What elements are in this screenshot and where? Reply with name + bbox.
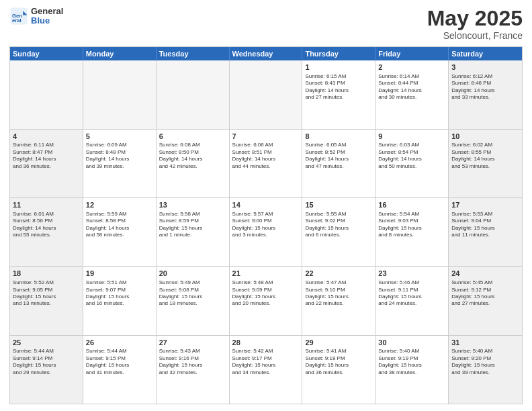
calendar-row-3: 11Sunrise: 6:01 AM Sunset: 8:56 PM Dayli… [10, 197, 522, 266]
cell-daylight-text: Sunrise: 6:09 AM Sunset: 8:48 PM Dayligh… [86, 142, 153, 170]
day-number: 11 [13, 200, 80, 210]
calendar-cell: 1Sunrise: 6:15 AM Sunset: 8:43 PM Daylig… [302, 60, 375, 128]
header-wednesday: Wednesday [230, 47, 303, 60]
cell-daylight-text: Sunrise: 5:51 AM Sunset: 9:07 PM Dayligh… [86, 279, 153, 308]
calendar-cell: 11Sunrise: 6:01 AM Sunset: 8:56 PM Dayli… [10, 198, 83, 266]
day-number: 13 [159, 200, 226, 210]
day-number: 6 [159, 132, 226, 142]
calendar-cell: 7Sunrise: 6:06 AM Sunset: 8:51 PM Daylig… [230, 130, 303, 197]
cell-daylight-text: Sunrise: 5:46 AM Sunset: 9:11 PM Dayligh… [378, 279, 445, 308]
cell-daylight-text: Sunrise: 6:14 AM Sunset: 8:44 PM Dayligh… [378, 73, 445, 101]
calendar-cell: 9Sunrise: 6:03 AM Sunset: 8:54 PM Daylig… [375, 130, 449, 197]
page: Gen eral General Blue May 2025 Seloncour… [0, 0, 532, 411]
calendar-cell: 19Sunrise: 5:51 AM Sunset: 9:07 PM Dayli… [83, 267, 157, 334]
cell-daylight-text: Sunrise: 6:15 AM Sunset: 8:43 PM Dayligh… [305, 73, 372, 101]
calendar-cell: 31Sunrise: 5:40 AM Sunset: 9:20 PM Dayli… [449, 336, 522, 404]
day-number: 2 [378, 62, 445, 73]
calendar-header: Sunday Monday Tuesday Wednesday Thursday… [10, 47, 522, 60]
cell-daylight-text: Sunrise: 5:59 AM Sunset: 8:58 PM Dayligh… [86, 211, 153, 239]
calendar-cell: 27Sunrise: 5:43 AM Sunset: 9:16 PM Dayli… [157, 336, 230, 404]
calendar-cell: 17Sunrise: 5:53 AM Sunset: 9:04 PM Dayli… [449, 198, 522, 266]
logo-text: General Blue [31, 7, 63, 26]
day-number: 10 [451, 132, 519, 142]
cell-daylight-text: Sunrise: 5:43 AM Sunset: 9:16 PM Dayligh… [159, 348, 226, 376]
cell-daylight-text: Sunrise: 5:41 AM Sunset: 9:18 PM Dayligh… [305, 348, 372, 376]
day-number: 15 [305, 200, 372, 210]
cell-daylight-text: Sunrise: 6:11 AM Sunset: 8:47 PM Dayligh… [13, 142, 80, 170]
day-number: 4 [13, 132, 80, 142]
logo-icon: Gen eral [9, 7, 28, 26]
cell-daylight-text: Sunrise: 5:44 AM Sunset: 9:15 PM Dayligh… [86, 348, 153, 376]
cell-daylight-text: Sunrise: 6:02 AM Sunset: 8:55 PM Dayligh… [451, 142, 519, 170]
calendar-cell: 29Sunrise: 5:41 AM Sunset: 9:18 PM Dayli… [302, 336, 375, 404]
cell-daylight-text: Sunrise: 5:49 AM Sunset: 9:08 PM Dayligh… [159, 279, 226, 308]
calendar-cell [83, 60, 157, 128]
day-number: 19 [86, 269, 153, 279]
calendar-cell: 23Sunrise: 5:46 AM Sunset: 9:11 PM Dayli… [375, 267, 449, 334]
day-number: 28 [232, 338, 300, 348]
day-number: 16 [378, 200, 445, 210]
day-number: 22 [305, 269, 372, 279]
calendar-cell: 14Sunrise: 5:57 AM Sunset: 9:00 PM Dayli… [230, 198, 303, 266]
header-thursday: Thursday [302, 47, 375, 60]
day-number: 12 [86, 200, 153, 210]
cell-daylight-text: Sunrise: 5:58 AM Sunset: 8:59 PM Dayligh… [159, 211, 226, 239]
logo: Gen eral General Blue [9, 7, 63, 26]
calendar-row-2: 4Sunrise: 6:11 AM Sunset: 8:47 PM Daylig… [10, 129, 522, 197]
cell-daylight-text: Sunrise: 6:12 AM Sunset: 8:46 PM Dayligh… [451, 73, 519, 101]
cell-daylight-text: Sunrise: 5:54 AM Sunset: 9:03 PM Dayligh… [378, 211, 445, 239]
calendar: Sunday Monday Tuesday Wednesday Thursday… [9, 46, 523, 404]
calendar-row-5: 25Sunrise: 5:44 AM Sunset: 9:14 PM Dayli… [10, 335, 522, 404]
month-title: May 2025 [427, 7, 523, 30]
cell-daylight-text: Sunrise: 5:57 AM Sunset: 9:00 PM Dayligh… [232, 211, 300, 239]
day-number: 5 [86, 132, 153, 142]
header-friday: Friday [375, 47, 449, 60]
header-saturday: Saturday [449, 47, 522, 60]
calendar-cell: 16Sunrise: 5:54 AM Sunset: 9:03 PM Dayli… [375, 198, 449, 266]
calendar-cell [10, 60, 83, 128]
calendar-cell: 20Sunrise: 5:49 AM Sunset: 9:08 PM Dayli… [157, 267, 230, 334]
cell-daylight-text: Sunrise: 5:45 AM Sunset: 9:12 PM Dayligh… [451, 279, 519, 308]
header-monday: Monday [83, 47, 157, 60]
calendar-body: 1Sunrise: 6:15 AM Sunset: 8:43 PM Daylig… [10, 60, 522, 404]
day-number: 3 [451, 62, 519, 73]
cell-daylight-text: Sunrise: 6:06 AM Sunset: 8:51 PM Dayligh… [232, 142, 300, 170]
cell-daylight-text: Sunrise: 6:03 AM Sunset: 8:54 PM Dayligh… [378, 142, 445, 170]
calendar-cell: 15Sunrise: 5:55 AM Sunset: 9:02 PM Dayli… [302, 198, 375, 266]
calendar-cell: 25Sunrise: 5:44 AM Sunset: 9:14 PM Dayli… [10, 336, 83, 404]
day-number: 21 [232, 269, 300, 279]
location: Seloncourt, France [427, 30, 523, 41]
calendar-cell [230, 60, 303, 128]
cell-daylight-text: Sunrise: 6:08 AM Sunset: 8:50 PM Dayligh… [159, 142, 226, 170]
calendar-cell: 6Sunrise: 6:08 AM Sunset: 8:50 PM Daylig… [157, 130, 230, 197]
calendar-cell: 24Sunrise: 5:45 AM Sunset: 9:12 PM Dayli… [449, 267, 522, 334]
calendar-cell: 21Sunrise: 5:48 AM Sunset: 9:09 PM Dayli… [230, 267, 303, 334]
calendar-cell: 2Sunrise: 6:14 AM Sunset: 8:44 PM Daylig… [375, 60, 449, 128]
header-tuesday: Tuesday [157, 47, 230, 60]
day-number: 17 [451, 200, 519, 210]
title-block: May 2025 Seloncourt, France [427, 7, 523, 41]
day-number: 24 [451, 269, 519, 279]
svg-text:eral: eral [12, 18, 21, 24]
day-number: 23 [378, 269, 445, 279]
cell-daylight-text: Sunrise: 5:42 AM Sunset: 9:17 PM Dayligh… [232, 348, 300, 376]
calendar-cell: 18Sunrise: 5:52 AM Sunset: 9:05 PM Dayli… [10, 267, 83, 334]
calendar-cell [157, 60, 230, 128]
day-number: 8 [305, 132, 372, 142]
cell-daylight-text: Sunrise: 5:52 AM Sunset: 9:05 PM Dayligh… [13, 279, 80, 308]
calendar-cell: 12Sunrise: 5:59 AM Sunset: 8:58 PM Dayli… [83, 198, 157, 266]
day-number: 18 [13, 269, 80, 279]
cell-daylight-text: Sunrise: 6:01 AM Sunset: 8:56 PM Dayligh… [13, 211, 80, 239]
day-number: 25 [13, 338, 80, 348]
cell-daylight-text: Sunrise: 5:40 AM Sunset: 9:20 PM Dayligh… [451, 348, 519, 376]
day-number: 29 [305, 338, 372, 348]
calendar-cell: 10Sunrise: 6:02 AM Sunset: 8:55 PM Dayli… [449, 130, 522, 197]
cell-daylight-text: Sunrise: 5:53 AM Sunset: 9:04 PM Dayligh… [451, 211, 519, 239]
cell-daylight-text: Sunrise: 6:05 AM Sunset: 8:52 PM Dayligh… [305, 142, 372, 170]
day-number: 31 [451, 338, 519, 348]
calendar-cell: 4Sunrise: 6:11 AM Sunset: 8:47 PM Daylig… [10, 130, 83, 197]
day-number: 7 [232, 132, 300, 142]
cell-daylight-text: Sunrise: 5:55 AM Sunset: 9:02 PM Dayligh… [305, 211, 372, 239]
day-number: 30 [378, 338, 445, 348]
calendar-cell: 5Sunrise: 6:09 AM Sunset: 8:48 PM Daylig… [83, 130, 157, 197]
